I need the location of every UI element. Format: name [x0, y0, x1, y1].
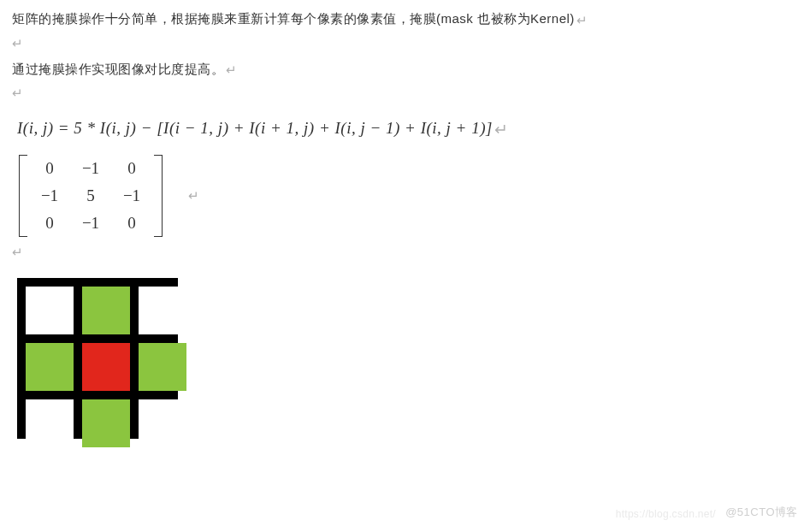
grid-cell [82, 287, 130, 334]
intro-text-1: 矩阵的掩膜操作十分简单，根据掩膜来重新计算每个像素的像素值，掩膜(mask 也被… [12, 11, 575, 26]
return-icon: ↵ [226, 58, 238, 81]
matrix-right-bracket-icon [154, 155, 163, 237]
matrix-left-bracket-icon [19, 155, 27, 237]
matrix-cell: −1 [70, 155, 111, 182]
grid-cell [139, 399, 186, 447]
matrix-cell: 5 [70, 182, 111, 210]
intro-paragraph-1: 矩阵的掩膜操作十分简单，根据掩膜来重新计算每个像素的像素值，掩膜(mask 也被… [12, 7, 798, 32]
intro-text-2: 通过掩膜操作实现图像对比度提高。 [12, 62, 224, 76]
grid-cell [82, 399, 130, 447]
matrix-cell: −1 [111, 182, 152, 210]
formula-text: I(i, j) = 5 * I(i, j) − [I(i − 1, j) + I… [17, 119, 493, 137]
return-icon: ↵ [576, 9, 588, 32]
matrix-cell: 0 [111, 210, 152, 237]
matrix-table: 0 −1 0 −1 5 −1 0 −1 0 [29, 155, 152, 237]
matrix-cell: 0 [29, 155, 70, 182]
matrix-body: 0 −1 0 −1 5 −1 0 −1 0 [29, 155, 152, 237]
return-icon: ↵ [12, 86, 23, 100]
grid-cell [139, 343, 186, 391]
grid-cell [26, 399, 74, 447]
grid-cell [26, 343, 74, 391]
intro-paragraph-2: 通过掩膜操作实现图像对比度提高。↵ [12, 57, 798, 82]
matrix-cell: 0 [111, 155, 152, 182]
blank-line-2: ↵ [12, 83, 798, 103]
grid-cell-center [82, 343, 130, 391]
kernel-grid-figure [17, 278, 178, 439]
return-icon: ↵ [188, 188, 199, 204]
watermark-faint: https://blog.csdn.net/ [616, 508, 716, 520]
return-icon: ↵ [12, 36, 23, 50]
matrix-cell: −1 [70, 210, 111, 237]
return-icon: ↵ [494, 120, 509, 139]
blank-line-3: ↵ [12, 242, 798, 263]
return-icon: ↵ [12, 245, 23, 259]
document-page: 矩阵的掩膜操作十分简单，根据掩膜来重新计算每个像素的像素值，掩膜(mask 也被… [0, 0, 810, 447]
grid-cell [139, 287, 186, 334]
matrix-cell: −1 [29, 182, 70, 210]
watermark: @51CTO博客 [725, 505, 798, 520]
matrix-cell: 0 [29, 210, 70, 237]
kernel-matrix: 0 −1 0 −1 5 −1 0 −1 0 ↵ [19, 155, 199, 237]
formula: I(i, j) = 5 * I(i, j) − [I(i − 1, j) + I… [17, 119, 798, 139]
blank-line-1: ↵ [12, 33, 798, 54]
grid-cell [26, 287, 74, 334]
